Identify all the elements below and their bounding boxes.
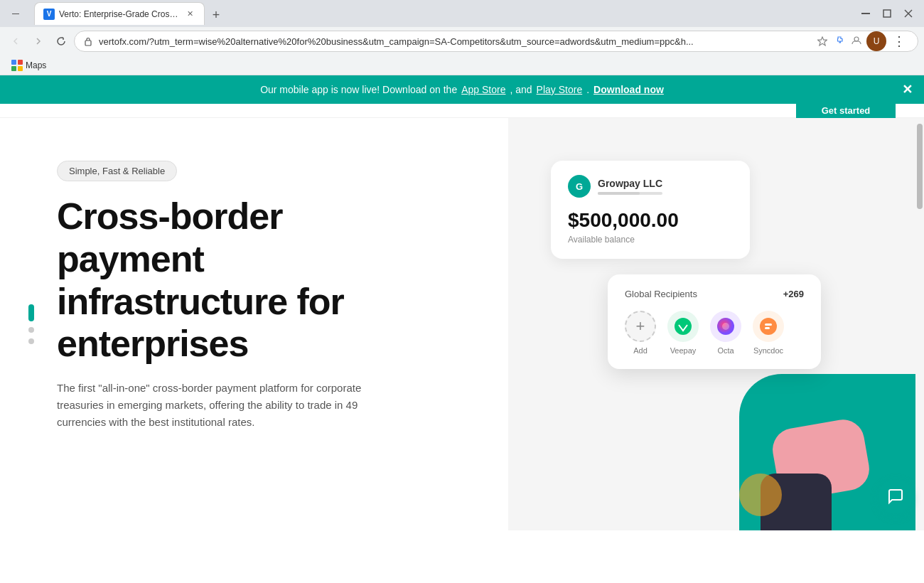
hero-title: Cross-border payment infrastructure for …	[57, 196, 480, 365]
browser-scrollbar[interactable]	[915, 118, 924, 530]
bookmarks-bar: Maps	[0, 55, 924, 75]
recipients-count: +269	[783, 289, 804, 299]
window-controls	[856, 4, 918, 23]
svg-point-15	[760, 318, 777, 335]
hero-description: The first "all-in-one" cross-border paym…	[57, 380, 398, 431]
page-content: Our mobile app is now live! Download on …	[0, 75, 924, 583]
svg-rect-2	[883, 10, 891, 17]
balance-card: G Growpay LLC $500,000.00 Available bala…	[551, 161, 750, 259]
add-recipient-item[interactable]: + Add	[625, 311, 656, 355]
svg-marker-6	[818, 37, 827, 46]
browser-nav-controls	[6, 4, 26, 23]
veepay-label: Veepay	[670, 346, 697, 355]
svg-rect-0	[12, 14, 19, 14]
scroll-dot-2	[28, 327, 34, 333]
bookmark-maps-label: Maps	[26, 60, 46, 70]
dashboard-area: G Growpay LLC $500,000.00 Available bala…	[551, 161, 849, 259]
reload-button[interactable]	[51, 31, 71, 51]
url-text: vertofx.com/?utm_term=wise%20alternative…	[99, 36, 810, 47]
banner-text: Our mobile app is now live! Download on …	[260, 84, 457, 95]
svg-rect-10	[11, 66, 16, 71]
company-name: Growpay LLC	[598, 178, 662, 189]
browser-title-bar: V Verto: Enterprise-Grade Cross-B ✕ +	[0, 0, 924, 27]
syncdoc-label: Syncdoc	[753, 346, 783, 355]
profile-avatar[interactable]: U	[866, 31, 886, 51]
more-options-button[interactable]: ⋮	[889, 31, 909, 51]
tab-favicon: V	[43, 9, 55, 20]
hero-badge: Simple, Fast & Reliable	[57, 161, 177, 181]
svg-rect-9	[18, 60, 23, 65]
add-recipient-label: Add	[633, 346, 648, 355]
new-tab-button[interactable]: +	[206, 5, 226, 25]
hero-left: Simple, Fast & Reliable Cross-border pay…	[0, 118, 508, 530]
chat-button[interactable]	[879, 479, 913, 513]
scroll-dot-3	[28, 338, 34, 344]
back-button[interactable]	[6, 31, 26, 51]
syncdoc-icon	[753, 311, 784, 342]
browser-window: V Verto: Enterprise-Grade Cross-B ✕ +	[0, 0, 924, 583]
svg-rect-16	[765, 323, 772, 326]
svg-rect-11	[18, 66, 23, 71]
bookmark-star-icon[interactable]	[815, 34, 829, 48]
play-store-link[interactable]: Play Store	[537, 84, 583, 95]
tab-title: Verto: Enterprise-Grade Cross-B	[59, 9, 180, 19]
recipients-icons: + Add	[625, 311, 804, 355]
address-bar[interactable]: vertofx.com/?utm_term=wise%20alternative…	[74, 31, 918, 52]
progress-bar-container	[598, 192, 662, 195]
profile-menu-icon[interactable]	[849, 34, 864, 48]
chrome-minimize-button[interactable]	[6, 4, 26, 23]
balance-amount: $500,000.00	[568, 209, 733, 232]
svg-point-14	[722, 323, 729, 330]
svg-rect-1	[861, 13, 870, 14]
recipients-header: Global Recipients +269	[625, 289, 804, 299]
active-tab[interactable]: V Verto: Enterprise-Grade Cross-B ✕	[34, 2, 205, 25]
recipients-title: Global Recipients	[625, 289, 697, 299]
app-store-link[interactable]: App Store	[461, 84, 505, 95]
company-logo: G	[568, 175, 591, 198]
add-recipient-icon[interactable]: +	[625, 311, 656, 342]
tab-close-button[interactable]: ✕	[184, 9, 195, 20]
navbar-partial: Get started	[0, 104, 924, 118]
veepay-recipient-item: Veepay	[667, 311, 699, 355]
balance-label: Available balance	[568, 235, 733, 245]
veepay-icon	[667, 311, 699, 342]
banner-separator: , and	[510, 84, 532, 95]
maximize-button[interactable]	[877, 4, 897, 23]
address-bar-icons: U ⋮	[815, 31, 909, 51]
octa-label: Octa	[717, 346, 734, 355]
svg-rect-5	[85, 41, 91, 46]
forward-button[interactable]	[28, 31, 48, 51]
scroll-dot-1	[28, 304, 34, 321]
deco-orange-shape	[739, 474, 782, 516]
svg-rect-8	[11, 60, 16, 65]
hero-section: Simple, Fast & Reliable Cross-border pay…	[0, 118, 924, 530]
svg-point-7	[854, 37, 859, 41]
svg-point-12	[675, 318, 692, 335]
banner-period: .	[586, 84, 589, 95]
octa-recipient-item: Octa	[710, 311, 741, 355]
announcement-banner: Our mobile app is now live! Download on …	[0, 75, 924, 104]
maps-favicon	[11, 60, 23, 71]
download-now-link[interactable]: Download now	[593, 84, 664, 95]
syncdoc-recipient-item: Syncdoc	[753, 311, 784, 355]
progress-bar-fill	[598, 192, 640, 195]
address-bar-row: vertofx.com/?utm_term=wise%20alternative…	[0, 27, 924, 55]
tab-bar: V Verto: Enterprise-Grade Cross-B ✕ +	[34, 2, 853, 25]
banner-close-button[interactable]: ✕	[902, 82, 913, 97]
minimize-button[interactable]	[856, 4, 876, 23]
recipients-card: Global Recipients +269 + Add	[608, 274, 821, 369]
scrollbar-thumb[interactable]	[917, 124, 923, 209]
company-row: G Growpay LLC	[568, 175, 733, 198]
scroll-indicator	[28, 304, 34, 344]
extension-icon[interactable]	[832, 34, 847, 48]
bookmark-maps[interactable]: Maps	[6, 58, 52, 73]
security-icon	[83, 36, 93, 46]
hero-right: G Growpay LLC $500,000.00 Available bala…	[508, 118, 924, 530]
svg-rect-17	[765, 327, 770, 329]
close-window-button[interactable]	[898, 4, 918, 23]
octa-icon	[710, 311, 741, 342]
